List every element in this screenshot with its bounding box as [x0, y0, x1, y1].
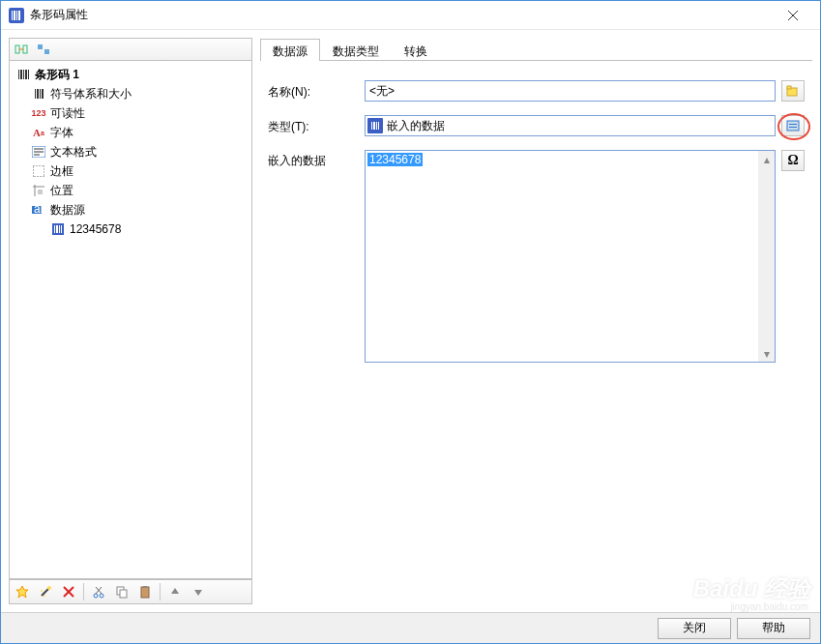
row-type: 类型(T): 嵌入的数据	[268, 115, 805, 136]
close-button[interactable]	[774, 2, 812, 29]
row-name: 名称(N):	[268, 80, 805, 102]
move-down-button[interactable]	[188, 582, 209, 601]
svg-rect-50	[789, 124, 797, 125]
type-value: 嵌入的数据	[387, 118, 445, 134]
tree-item-font[interactable]: Aa 字体	[12, 123, 249, 142]
svg-rect-1	[14, 11, 15, 20]
embedded-data-icon	[367, 118, 383, 133]
svg-point-28	[47, 586, 51, 590]
cut-button[interactable]	[88, 582, 109, 601]
tab-transform[interactable]: 转换	[392, 39, 440, 61]
svg-rect-45	[371, 122, 372, 130]
tree-item-position[interactable]: 位置	[12, 181, 249, 200]
type-browse-button[interactable]	[781, 115, 805, 136]
right-panel: 数据源 数据类型 转换 名称(N): 类型(T): 嵌入的数据	[260, 38, 812, 604]
row-data: 嵌入的数据 12345678 ▴ ▾ Ω	[268, 150, 805, 363]
scroll-down-icon[interactable]: ▾	[758, 345, 775, 362]
svg-marker-41	[171, 588, 179, 594]
datasource-icon: ab	[31, 202, 46, 218]
move-up-button[interactable]	[164, 582, 186, 601]
svg-marker-42	[194, 590, 202, 596]
embedded-data-icon	[50, 221, 66, 237]
bottom-toolbar	[9, 579, 252, 604]
footer: 关闭 帮助	[1, 612, 820, 643]
svg-rect-25	[61, 225, 62, 233]
tree-item-datasource[interactable]: ab 数据源	[12, 200, 249, 220]
type-label: 类型(T):	[268, 116, 365, 135]
svg-rect-2	[16, 11, 17, 20]
svg-rect-51	[789, 127, 797, 128]
svg-rect-24	[59, 225, 60, 233]
tree-item-border[interactable]: 边框	[12, 161, 249, 181]
separator	[83, 583, 84, 600]
svg-rect-22	[54, 225, 55, 233]
font-icon: Aa	[31, 125, 46, 140]
help-button[interactable]: 帮助	[737, 618, 810, 639]
svg-rect-39	[141, 587, 149, 598]
svg-marker-26	[16, 586, 28, 598]
svg-rect-10	[44, 49, 49, 54]
data-value-selected: 12345678	[367, 153, 423, 166]
position-icon	[31, 183, 46, 198]
svg-rect-23	[56, 225, 58, 233]
svg-point-29	[41, 590, 43, 592]
svg-rect-15	[33, 165, 44, 177]
svg-rect-38	[120, 590, 127, 598]
tree-item-readability[interactable]: 123 可读性	[12, 103, 249, 123]
svg-rect-46	[373, 122, 375, 130]
toolbar-btn-1[interactable]	[12, 40, 31, 59]
tab-datasource[interactable]: 数据源	[260, 39, 320, 61]
svg-rect-18	[38, 190, 43, 194]
svg-text:ab: ab	[34, 204, 45, 216]
separator	[160, 583, 161, 600]
barcode-small-icon	[31, 86, 46, 102]
svg-rect-40	[143, 586, 147, 588]
svg-rect-0	[12, 11, 13, 20]
tab-datatype[interactable]: 数据类型	[320, 39, 392, 61]
tree-item-textformat[interactable]: 文本格式	[12, 142, 249, 161]
svg-point-33	[94, 594, 98, 598]
left-panel: 条形码 1 符号体系和大小 123 可读性 Aa 字体 文本格式 边框	[9, 38, 252, 604]
copy-button[interactable]	[111, 582, 132, 601]
tab-content: 名称(N): 类型(T): 嵌入的数据 嵌入的数据 12345678	[260, 61, 812, 604]
data-label: 嵌入的数据	[268, 150, 365, 169]
paste-button[interactable]	[134, 582, 156, 601]
main-content: 条形码 1 符号体系和大小 123 可读性 Aa 字体 文本格式 边框	[1, 30, 820, 612]
tree-toolbar	[9, 38, 252, 61]
app-icon	[9, 8, 24, 23]
barcode-icon	[15, 67, 31, 82]
name-label: 名称(N):	[268, 81, 365, 101]
tree-item-symbology[interactable]: 符号体系和大小	[12, 84, 249, 103]
textformat-icon	[31, 144, 46, 160]
border-icon	[31, 163, 46, 179]
toolbar-btn-2[interactable]	[34, 40, 53, 59]
name-browse-button[interactable]	[781, 80, 805, 102]
tabs: 数据源 数据类型 转换	[260, 38, 812, 61]
scroll-up-icon[interactable]: ▴	[758, 151, 775, 167]
svg-rect-49	[787, 121, 799, 131]
tree-item-datasource-value[interactable]: 12345678	[12, 220, 249, 239]
new-button[interactable]	[12, 582, 33, 601]
svg-rect-3	[18, 11, 20, 20]
svg-rect-44	[787, 86, 791, 89]
window-title: 条形码属性	[30, 7, 774, 23]
num123-icon: 123	[31, 105, 46, 121]
titlebar: 条形码属性	[1, 1, 820, 30]
svg-rect-9	[38, 44, 43, 49]
svg-rect-47	[376, 122, 377, 130]
tree-root[interactable]: 条形码 1	[12, 65, 249, 84]
svg-rect-7	[23, 45, 27, 53]
name-input[interactable]	[365, 80, 776, 102]
delete-button[interactable]	[58, 582, 79, 601]
svg-point-30	[44, 595, 45, 597]
svg-rect-48	[378, 122, 379, 130]
scrollbar[interactable]: ▴ ▾	[758, 151, 775, 362]
type-select[interactable]: 嵌入的数据	[365, 115, 776, 136]
svg-rect-6	[15, 45, 19, 53]
property-tree[interactable]: 条形码 1 符号体系和大小 123 可读性 Aa 字体 文本格式 边框	[9, 61, 252, 579]
wizard-button[interactable]	[35, 582, 56, 601]
omega-button[interactable]: Ω	[781, 150, 805, 171]
close-button[interactable]: 关闭	[658, 618, 731, 639]
svg-point-34	[100, 594, 103, 598]
data-textarea[interactable]: 12345678 ▴ ▾	[365, 150, 776, 363]
